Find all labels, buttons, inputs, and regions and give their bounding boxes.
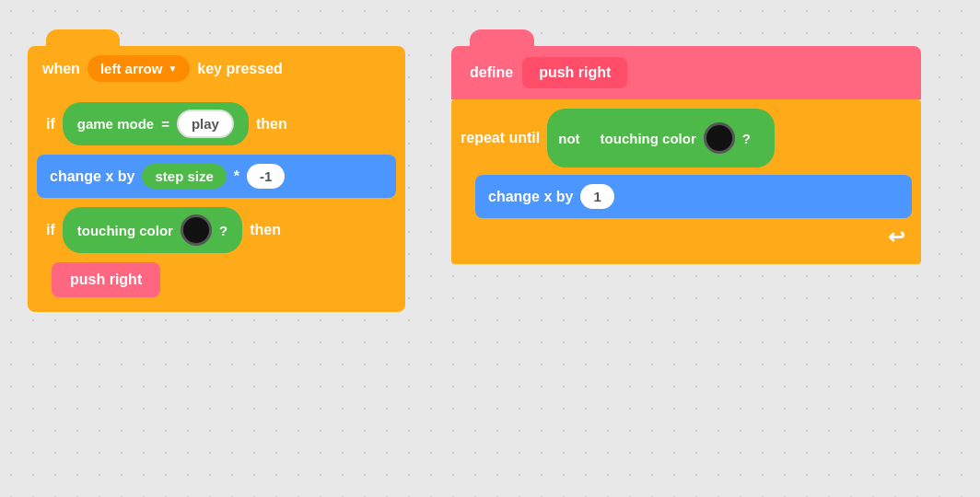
if-label-2: if <box>46 222 55 238</box>
then-label-2: then <box>250 222 281 238</box>
repeat-end-arrow: ↩ <box>461 222 912 253</box>
play-value: play <box>177 110 234 138</box>
repeat-until-label: repeat until <box>461 130 540 146</box>
question-mark-right: ? <box>742 131 751 146</box>
change-x-right-block: change x by 1 <box>475 175 912 218</box>
repeat-until-wrapper: repeat until not touching color ? change… <box>451 99 921 264</box>
touching-color-condition-right: touching color ? <box>588 116 764 160</box>
key-pressed-label: key pressed <box>197 61 283 77</box>
black-color-circle-left[interactable] <box>181 214 212 246</box>
if-gamemode-block: if game mode = play then <box>37 97 396 151</box>
touching-color-condition-left: touching color ? <box>63 207 242 253</box>
define-label: define <box>470 64 513 81</box>
hat-block: when left arrow ▼ key pressed <box>28 46 405 91</box>
if-label-1: if <box>46 116 55 133</box>
repeat-until-header: repeat until not touching color ? <box>461 105 912 171</box>
question-mark-left: ? <box>219 223 228 238</box>
change-x-label: change x by <box>50 168 134 185</box>
define-block: define push right <box>451 46 921 99</box>
gamemode-label: game mode <box>77 116 154 132</box>
push-right-define-pill: push right <box>522 57 627 88</box>
if-touching-block: if touching color ? then <box>37 202 396 259</box>
equals-label: = <box>161 116 169 132</box>
left-stack: when left arrow ▼ key pressed if game mo… <box>28 46 405 312</box>
not-condition: not touching color ? <box>547 109 775 168</box>
neg-one-value: -1 <box>247 164 285 189</box>
dropdown-arrow-icon: ▼ <box>168 64 177 74</box>
then-label-1: then <box>256 116 287 133</box>
touching-color-label-right: touching color <box>601 131 696 146</box>
change-x-block: change x by step size * -1 <box>37 155 396 198</box>
step-size-var: step size <box>142 164 226 189</box>
push-right-block-left[interactable]: push right <box>52 262 160 297</box>
gamemode-condition: game mode = play <box>63 102 249 145</box>
black-color-circle-right[interactable] <box>704 122 735 154</box>
when-label: when <box>42 61 80 77</box>
change-x-right-label: change x by <box>488 189 573 205</box>
key-dropdown[interactable]: left arrow ▼ <box>88 55 190 82</box>
right-stack: define push right repeat until not touch… <box>451 46 921 264</box>
one-value-right: 1 <box>580 184 613 209</box>
multiply-op: * <box>234 168 239 185</box>
touching-color-label-left: touching color <box>77 223 173 238</box>
key-label: left arrow <box>100 61 163 76</box>
left-orange-wrapper: if game mode = play then change x by ste… <box>28 91 405 312</box>
not-label: not <box>558 131 579 146</box>
